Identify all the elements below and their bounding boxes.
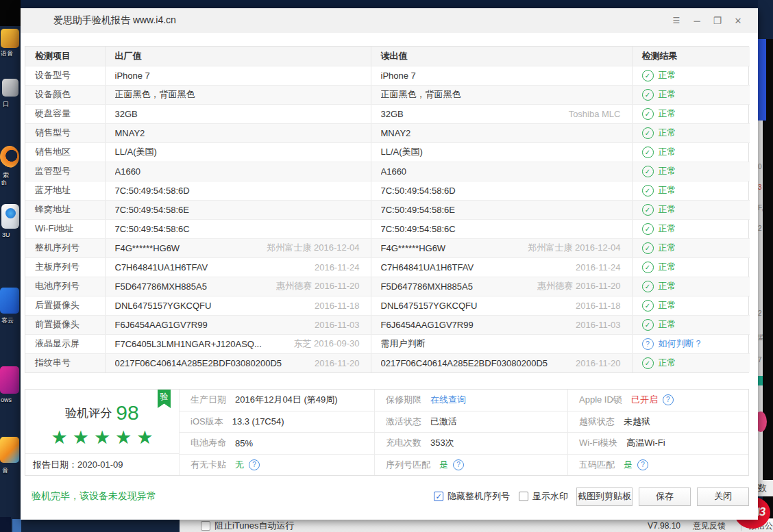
- screenshot-to-clipboard-button[interactable]: 截图到剪贴板: [576, 487, 633, 506]
- row-result: ✓正常 ?: [632, 85, 750, 104]
- row-item-label: 监管型号: [25, 162, 105, 181]
- table-row: 液晶显示屏 F7C6405L3LMH1NGAR+J120ASQ...东芝 201…: [25, 334, 750, 353]
- row-read-value: 需用户判断: [371, 334, 632, 353]
- desktop-icon-cloud[interactable]: [0, 288, 19, 314]
- itunes-autorun-checkbox[interactable]: ✓ 阻止iTunes自动运行: [201, 520, 295, 532]
- desktop-icon-gear[interactable]: [2, 79, 19, 97]
- desktop-right-top: [758, 0, 773, 39]
- desktop-icon-label: 音: [2, 466, 8, 475]
- summary-item: 电池寿命 85% ?: [180, 433, 374, 455]
- check-circle-icon: ✓: [642, 300, 654, 312]
- hide-serial-checkbox[interactable]: ✓ 隐藏整机序列号: [434, 490, 510, 503]
- read-note: 惠州德赛 2016-11-20: [530, 280, 620, 292]
- background-teal-fragment: [758, 376, 763, 385]
- checkbox-icon[interactable]: ✓: [519, 492, 528, 501]
- summary-item-value: 13.3 (17C54): [232, 416, 284, 427]
- summary-item-value: 353次: [430, 437, 454, 449]
- close-icon[interactable]: ✕: [728, 12, 748, 29]
- desktop-icon-label: ows: [1, 396, 12, 403]
- desktop-icon-magenta-app[interactable]: [0, 366, 19, 394]
- check-circle-icon: ✓: [642, 319, 654, 331]
- desktop-icon-browser[interactable]: [0, 146, 19, 168]
- summary-item: 充电次数 353次 ?: [375, 433, 567, 455]
- row-factory-value: MNAY2: [105, 123, 371, 142]
- row-result: ✓正常 ?: [632, 66, 750, 85]
- table-row: 后置摄像头 DNL6475157YGKCQFU2016-11-18 DNL647…: [25, 296, 750, 315]
- save-button[interactable]: 保存: [639, 487, 691, 506]
- itunes-autorun-label: 阻止iTunes自动运行: [214, 520, 295, 532]
- help-icon[interactable]: ?: [453, 459, 464, 470]
- factory-note: 2016-11-03: [308, 320, 360, 330]
- desktop-icon-voice-app[interactable]: [1, 29, 19, 48]
- summary-item: 越狱状态 未越狱 ?: [568, 411, 748, 433]
- help-icon[interactable]: ?: [249, 459, 260, 470]
- desktop-icon-k-app[interactable]: [0, 437, 19, 463]
- check-circle-icon: ✓: [642, 357, 654, 369]
- question-circle-icon[interactable]: ?: [642, 338, 654, 350]
- checkbox-icon[interactable]: ✓: [434, 492, 443, 501]
- summary-item-value: 已激活: [430, 416, 457, 428]
- row-item-label: Wi-Fi地址: [25, 219, 105, 238]
- feedback-link[interactable]: 意见反馈: [693, 520, 726, 532]
- table-row: 指纹串号 0217F06C40614A285E2BDF03080200D5201…: [25, 353, 750, 372]
- row-factory-value: 7C:50:49:54:58:6E: [105, 200, 371, 219]
- check-circle-icon: ✓: [642, 166, 654, 177]
- row-read-value: DNL6475157YGKCQFU2016-11-18: [371, 296, 632, 315]
- summary-item-label: 有无卡贴: [191, 459, 226, 471]
- taskbar-fragment: [12, 519, 21, 532]
- row-read-value: F5D647786MXH885A5惠州德赛 2016-11-20: [371, 277, 632, 296]
- background-window-blue-strip: [758, 39, 766, 121]
- row-item-label: 销售型号: [25, 123, 105, 142]
- row-item-label: 设备颜色: [25, 85, 105, 104]
- check-circle-icon: ✓: [642, 89, 654, 101]
- row-factory-value: iPhone 7: [105, 66, 371, 85]
- how-to-judge-link[interactable]: 如何判断？: [659, 338, 703, 350]
- help-icon[interactable]: ?: [637, 459, 648, 470]
- restore-icon[interactable]: ❐: [707, 12, 728, 29]
- table-row: 前置摄像头 F6J6454AAG1GV7R992016-11-03 F6J645…: [25, 315, 750, 334]
- table-row: 销售地区 LL/A(美国) LL/A(美国) ✓正常 ?: [25, 142, 750, 162]
- minimize-icon[interactable]: ─: [687, 12, 707, 29]
- row-item-label: 销售地区: [25, 142, 105, 162]
- row-read-value: 正面黑色，背面黑色: [371, 85, 632, 104]
- row-item-label: 液晶显示屏: [25, 334, 105, 353]
- summary-item-value[interactable]: 在线查询: [430, 394, 466, 406]
- table-row: 蜂窝地址 7C:50:49:54:58:6E 7C:50:49:54:58:6E…: [25, 200, 750, 219]
- row-read-value: 7C:50:49:54:58:6E: [371, 200, 632, 219]
- summary-item-value: 2016年12月04日 (第49周): [235, 394, 338, 406]
- row-result: ✓正常 ?: [632, 142, 750, 162]
- row-read-value: 7C:50:49:54:58:6C: [371, 219, 632, 238]
- row-result: ✓正常 ?: [632, 353, 750, 372]
- menu-icon[interactable]: ☰: [666, 12, 687, 29]
- factory-note: 郑州富士康 2016-12-04: [260, 242, 359, 254]
- check-circle-icon: ✓: [642, 70, 654, 81]
- summary-item: Apple ID锁 已开启 ?: [568, 390, 748, 411]
- row-result: ✓正常 ?: [632, 257, 750, 277]
- hide-serial-label: 隐藏整机序列号: [447, 490, 510, 503]
- watermark-checkbox[interactable]: ✓ 显示水印: [519, 490, 568, 503]
- check-circle-icon: ✓: [642, 185, 654, 197]
- report-date: 报告日期：2020-01-09: [25, 454, 179, 475]
- desktop-icon-label: 语音: [1, 49, 13, 58]
- summary-item-value: 未越狱: [624, 416, 650, 428]
- read-note: 2016-11-03: [569, 320, 621, 330]
- row-read-value: iPhone 7: [371, 66, 632, 85]
- header-read: 读出值: [371, 47, 632, 66]
- help-icon[interactable]: ?: [663, 394, 674, 405]
- close-button[interactable]: 关闭: [697, 487, 749, 506]
- row-result: ✓正常 ?: [632, 162, 750, 181]
- edge-fragment: F,: [758, 204, 763, 212]
- summary-item-value: 已开启: [631, 394, 658, 406]
- background-text-fragment: 数: [758, 480, 773, 496]
- factory-note: 2016-11-20: [308, 358, 360, 368]
- row-factory-value: 0217F06C40614A285E2BDF03080200D52016-11-…: [105, 353, 371, 372]
- desktop-icon-label: 口: [3, 100, 9, 109]
- desktop-icon-itunes-note: [5, 208, 16, 218]
- dialog-action-bar: 验机完毕，该设备未发现异常 ✓ 隐藏整机序列号 ✓ 显示水印 截图到剪贴板 保存…: [32, 487, 749, 506]
- row-item-label: 硬盘容量: [25, 104, 105, 123]
- summary-item-label: Wi-Fi模块: [579, 437, 617, 449]
- checkbox-icon[interactable]: ✓: [201, 521, 210, 531]
- table-row: 蓝牙地址 7C:50:49:54:58:6D 7C:50:49:54:58:6D…: [25, 181, 750, 200]
- detection-table: 检测项目 出厂值 读出值 检测结果 设备型号 iPhone 7 iPhone 7…: [25, 46, 749, 373]
- summary-item-label: 越狱状态: [579, 416, 615, 428]
